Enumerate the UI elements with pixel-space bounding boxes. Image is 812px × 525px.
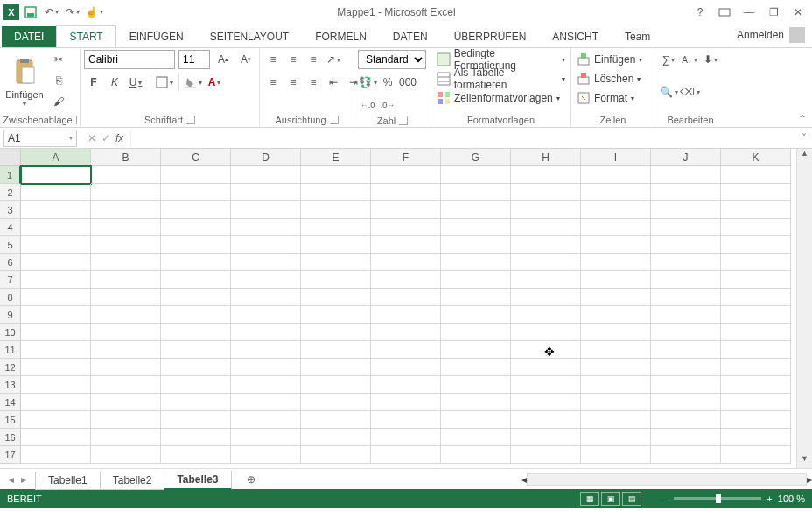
column-header-H[interactable]: H bbox=[511, 149, 581, 166]
cell-K8[interactable] bbox=[721, 289, 791, 306]
tab-formulas[interactable]: FORMELN bbox=[302, 25, 380, 47]
sort-filter-button[interactable]: A↓ bbox=[680, 50, 699, 69]
cell-G6[interactable] bbox=[441, 254, 511, 271]
align-top-button[interactable]: ≡ bbox=[263, 50, 283, 69]
cell-D12[interactable] bbox=[231, 359, 301, 376]
cell-G17[interactable] bbox=[441, 446, 511, 464]
zoom-slider[interactable] bbox=[674, 497, 761, 500]
cell-C16[interactable] bbox=[161, 429, 231, 446]
cell-G11[interactable] bbox=[441, 341, 511, 359]
column-header-A[interactable]: A bbox=[21, 149, 91, 166]
sheet-tab-Tabelle2[interactable]: Tabelle2 bbox=[100, 472, 165, 490]
column-header-K[interactable]: K bbox=[721, 149, 791, 166]
sheet-tab-Tabelle1[interactable]: Tabelle1 bbox=[35, 472, 101, 490]
cell-F12[interactable] bbox=[371, 359, 441, 376]
cell-J17[interactable] bbox=[651, 446, 721, 464]
cell-C2[interactable] bbox=[161, 184, 231, 201]
cell-A16[interactable] bbox=[21, 429, 91, 446]
cell-J13[interactable] bbox=[651, 376, 721, 394]
cell-J10[interactable] bbox=[651, 324, 721, 341]
percent-button[interactable]: % bbox=[378, 73, 397, 92]
cell-I3[interactable] bbox=[581, 201, 651, 219]
cell-E7[interactable] bbox=[301, 271, 371, 289]
cell-B16[interactable] bbox=[91, 429, 161, 446]
cell-J5[interactable] bbox=[651, 236, 721, 254]
row-header-6[interactable]: 6 bbox=[0, 254, 21, 271]
formula-input[interactable] bbox=[130, 130, 796, 147]
cell-K5[interactable] bbox=[721, 236, 791, 254]
scroll-up-arrow[interactable]: ▲ bbox=[797, 149, 812, 163]
cell-C3[interactable] bbox=[161, 201, 231, 219]
cell-E12[interactable] bbox=[301, 359, 371, 376]
decrease-font-button[interactable]: A▾ bbox=[236, 50, 256, 69]
row-header-2[interactable]: 2 bbox=[0, 184, 21, 201]
cell-E14[interactable] bbox=[301, 394, 371, 411]
cell-E11[interactable] bbox=[301, 341, 371, 359]
cell-D5[interactable] bbox=[231, 236, 301, 254]
cell-I2[interactable] bbox=[581, 184, 651, 201]
row-header-8[interactable]: 8 bbox=[0, 289, 21, 306]
cell-A12[interactable] bbox=[21, 359, 91, 376]
zoom-out-button[interactable]: — bbox=[659, 494, 668, 504]
cell-C1[interactable] bbox=[161, 166, 231, 184]
cell-H14[interactable] bbox=[511, 394, 581, 411]
cell-C11[interactable] bbox=[161, 341, 231, 359]
cell-B10[interactable] bbox=[91, 324, 161, 341]
cell-B5[interactable] bbox=[91, 236, 161, 254]
cell-E4[interactable] bbox=[301, 219, 371, 236]
cell-B2[interactable] bbox=[91, 184, 161, 201]
increase-font-button[interactable]: A▴ bbox=[214, 50, 233, 69]
cell-H5[interactable] bbox=[511, 236, 581, 254]
scroll-down-arrow[interactable]: ▼ bbox=[797, 454, 812, 468]
cell-E17[interactable] bbox=[301, 446, 371, 464]
font-launcher[interactable] bbox=[186, 116, 195, 124]
cell-E3[interactable] bbox=[301, 201, 371, 219]
row-header-1[interactable]: 1 bbox=[0, 166, 21, 184]
cell-E13[interactable] bbox=[301, 376, 371, 394]
cell-H8[interactable] bbox=[511, 289, 581, 306]
cell-G12[interactable] bbox=[441, 359, 511, 376]
cell-J6[interactable] bbox=[651, 254, 721, 271]
cell-F6[interactable] bbox=[371, 254, 441, 271]
cell-G8[interactable] bbox=[441, 289, 511, 306]
row-header-16[interactable]: 16 bbox=[0, 429, 21, 446]
cancel-entry-icon[interactable]: ✕ bbox=[88, 132, 96, 144]
cell-C17[interactable] bbox=[161, 446, 231, 464]
decrease-decimal-button[interactable]: .0→ bbox=[378, 95, 397, 115]
cell-F4[interactable] bbox=[371, 219, 441, 236]
sheet-tab-Tabelle3[interactable]: Tabelle3 bbox=[164, 471, 231, 490]
border-button[interactable] bbox=[155, 73, 174, 92]
cell-F8[interactable] bbox=[371, 289, 441, 306]
column-header-I[interactable]: I bbox=[581, 149, 651, 166]
cell-B1[interactable] bbox=[91, 166, 161, 184]
cell-D2[interactable] bbox=[231, 184, 301, 201]
clipboard-launcher[interactable] bbox=[76, 116, 77, 124]
cell-H15[interactable] bbox=[511, 411, 581, 429]
cell-E8[interactable] bbox=[301, 289, 371, 306]
cell-A8[interactable] bbox=[21, 289, 91, 306]
close-button[interactable]: ✕ bbox=[788, 3, 808, 22]
row-header-9[interactable]: 9 bbox=[0, 306, 21, 324]
cell-F3[interactable] bbox=[371, 201, 441, 219]
cell-A15[interactable] bbox=[21, 411, 91, 429]
cell-G3[interactable] bbox=[441, 201, 511, 219]
cell-K1[interactable] bbox=[721, 166, 791, 184]
cell-D13[interactable] bbox=[231, 376, 301, 394]
cell-C12[interactable] bbox=[161, 359, 231, 376]
cell-B7[interactable] bbox=[91, 271, 161, 289]
fx-icon[interactable]: fx bbox=[116, 132, 123, 144]
number-format-combo[interactable]: Standard bbox=[358, 50, 426, 69]
cell-F15[interactable] bbox=[371, 411, 441, 429]
cell-H9[interactable] bbox=[511, 306, 581, 324]
cell-K3[interactable] bbox=[721, 201, 791, 219]
cell-C15[interactable] bbox=[161, 411, 231, 429]
cell-D16[interactable] bbox=[231, 429, 301, 446]
cell-J16[interactable] bbox=[651, 429, 721, 446]
cell-C5[interactable] bbox=[161, 236, 231, 254]
tab-insert[interactable]: EINFÜGEN bbox=[116, 25, 197, 47]
cell-I13[interactable] bbox=[581, 376, 651, 394]
cell-G5[interactable] bbox=[441, 236, 511, 254]
cell-E1[interactable] bbox=[301, 166, 371, 184]
cell-H4[interactable] bbox=[511, 219, 581, 236]
format-painter-button[interactable]: 🖌 bbox=[49, 92, 68, 111]
